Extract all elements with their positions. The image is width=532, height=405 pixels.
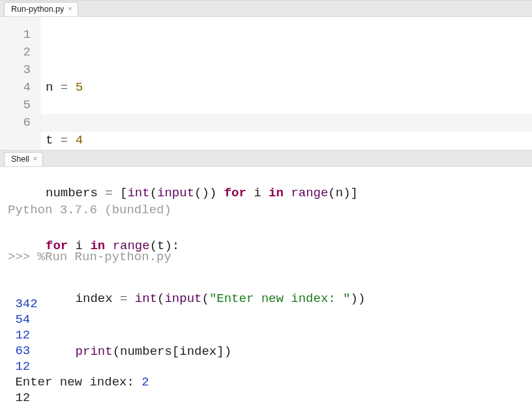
code-line: n = 5 (46, 79, 532, 97)
code-line: print(numbers[index]) (46, 343, 532, 361)
line-number: 5 (0, 97, 31, 114)
shell-user-input: 342 (15, 297, 37, 311)
line-number: 3 (0, 61, 31, 79)
code-line: t = 4 (46, 132, 532, 149)
shell-tab-label: Shell (11, 155, 29, 164)
shell-user-input: 54 (15, 312, 30, 327)
shell-tab[interactable]: Shell × (4, 152, 43, 166)
line-number: 4 (0, 79, 31, 97)
editor-tabbar: Run-python.py × (0, 0, 532, 17)
close-icon[interactable]: × (33, 155, 37, 162)
code-line: numbers = [int(input()) for i in range(n… (46, 185, 532, 202)
line-number-gutter: 1 2 3 4 5 6 (0, 17, 40, 150)
line-number: 6 (0, 114, 31, 132)
code-content[interactable]: n = 5 t = 4 numbers = [int(input()) for … (40, 17, 532, 150)
shell-user-input: 12 (15, 359, 30, 374)
code-line: index = int(input("Enter new index: ")) (46, 290, 532, 308)
shell-user-input: 63 (15, 344, 30, 358)
editor-tab[interactable]: Run-python.py × (4, 2, 78, 16)
close-icon[interactable]: × (68, 5, 72, 12)
code-line: for i in range(t): (46, 237, 532, 255)
editor-tab-label: Run-python.py (11, 5, 64, 14)
code-editor[interactable]: 1 2 3 4 5 6 n = 5 t = 4 numbers = [int(i… (0, 17, 532, 150)
shell-user-input: 12 (15, 328, 30, 342)
shell-program-output: 12 (15, 391, 30, 405)
shell-prompt: >>> (8, 250, 38, 264)
line-number: 1 (0, 26, 31, 44)
line-number: 2 (0, 44, 31, 61)
current-line-highlight (40, 114, 532, 132)
